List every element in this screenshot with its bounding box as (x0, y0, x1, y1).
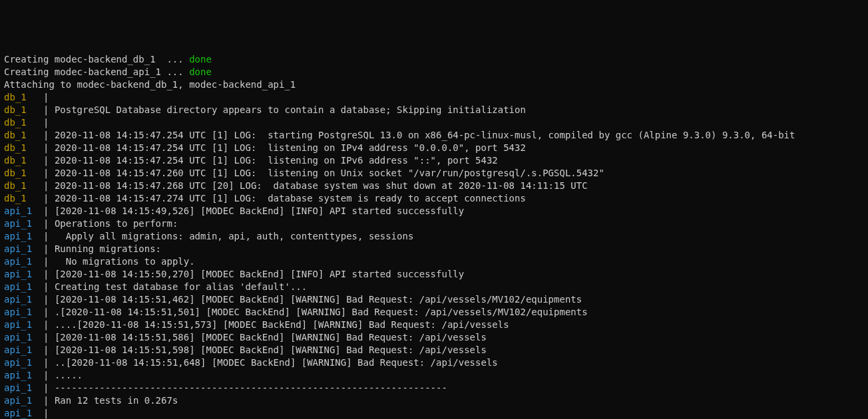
log-message: Apply all migrations: admin, api, auth, … (55, 231, 413, 241)
pipe-separator: | (43, 117, 55, 128)
service-prefix: api_1 (4, 281, 43, 292)
log-message: 2020-11-08 14:15:47.254 UTC [1] LOG: lis… (55, 155, 498, 166)
pipe-separator: | (43, 370, 55, 380)
log-message: ..[2020-11-08 14:15:51,648] [MODEC BackE… (55, 357, 498, 368)
service-prefix: api_1 (4, 319, 43, 330)
pipe-separator: | (43, 104, 55, 115)
header-line: Creating modec-backend_api_1 ... done (4, 66, 864, 78)
log-message: 2020-11-08 14:15:47.268 UTC [20] LOG: da… (55, 180, 588, 191)
pipe-separator: | (43, 92, 55, 102)
pipe-separator: | (43, 332, 55, 343)
log-line: db_1 | 2020-11-08 14:15:47.268 UTC [20] … (4, 180, 864, 192)
log-line: db_1 | 2020-11-08 14:15:47.254 UTC [1] L… (4, 154, 864, 167)
log-line: api_1 | No migrations to apply. (4, 255, 864, 268)
log-line: api_1 | Operations to perform: (4, 217, 864, 230)
log-message: Operations to perform: (55, 218, 178, 229)
pipe-separator: | (43, 408, 55, 418)
pipe-separator: | (43, 180, 55, 191)
pipe-separator: | (43, 357, 55, 368)
pipe-separator: | (43, 382, 55, 393)
log-line: api_1 | .[2020-11-08 14:15:51,501] [MODE… (4, 306, 864, 319)
service-prefix: api_1 (4, 294, 43, 305)
service-prefix: db_1 (4, 117, 43, 128)
service-prefix: api_1 (4, 269, 43, 279)
header-segment: done (189, 67, 212, 77)
log-line: api_1 | [2020-11-08 14:15:51,598] [MODEC… (4, 344, 864, 356)
service-prefix: db_1 (4, 92, 43, 102)
pipe-separator: | (43, 193, 55, 204)
log-line: db_1 | 2020-11-08 14:15:47.254 UTC [1] L… (4, 142, 864, 154)
pipe-separator: | (43, 168, 55, 178)
log-line: api_1 | [2020-11-08 14:15:49,526] [MODEC… (4, 205, 864, 217)
service-prefix: api_1 (4, 332, 43, 343)
log-message: 2020-11-08 14:15:47.274 UTC [1] LOG: dat… (55, 193, 526, 204)
pipe-separator: | (43, 142, 55, 153)
log-line: db_1 | (4, 91, 864, 104)
pipe-separator: | (43, 294, 55, 305)
service-prefix: api_1 (4, 206, 43, 216)
log-message: Ran 12 tests in 0.267s (55, 395, 178, 406)
log-line: api_1 | ....[2020-11-08 14:15:51,573] [M… (4, 319, 864, 331)
terminal-output[interactable]: Creating modec-backend_db_1 ... doneCrea… (4, 53, 864, 419)
pipe-separator: | (43, 269, 55, 279)
service-prefix: api_1 (4, 256, 43, 267)
log-message: 2020-11-08 14:15:47.260 UTC [1] LOG: lis… (55, 168, 604, 178)
header-segment: done (189, 54, 212, 65)
header-line: Attaching to modec-backend_db_1, modec-b… (4, 78, 864, 91)
log-line: db_1 | PostgreSQL Database directory app… (4, 104, 864, 116)
log-message: [2020-11-08 14:15:51,598] [MODEC BackEnd… (55, 345, 487, 355)
pipe-separator: | (43, 307, 55, 317)
log-message: ----------------------------------------… (55, 382, 447, 393)
log-message: Running migrations: (55, 243, 161, 254)
log-message: ....[2020-11-08 14:15:51,573] [MODEC Bac… (55, 319, 509, 330)
pipe-separator: | (43, 281, 55, 292)
service-prefix: db_1 (4, 168, 43, 178)
service-prefix: api_1 (4, 408, 43, 418)
service-prefix: api_1 (4, 395, 43, 406)
pipe-separator: | (43, 218, 55, 229)
log-line: api_1 | Ran 12 tests in 0.267s (4, 394, 864, 407)
header-line: Creating modec-backend_db_1 ... done (4, 53, 864, 66)
service-prefix: api_1 (4, 218, 43, 229)
service-prefix: api_1 (4, 307, 43, 317)
service-prefix: db_1 (4, 180, 43, 191)
service-prefix: api_1 (4, 243, 43, 254)
log-line: db_1 | 2020-11-08 14:15:47.254 UTC [1] L… (4, 129, 864, 142)
log-line: api_1 | [2020-11-08 14:15:51,462] [MODEC… (4, 293, 864, 306)
pipe-separator: | (43, 319, 55, 330)
service-prefix: api_1 (4, 370, 43, 380)
pipe-separator: | (43, 345, 55, 355)
log-line: api_1 | (4, 407, 864, 419)
log-message: 2020-11-08 14:15:47.254 UTC [1] LOG: sta… (55, 130, 795, 140)
pipe-separator: | (43, 231, 55, 241)
log-line: api_1 | Running migrations: (4, 243, 864, 255)
header-segment: Creating modec-backend_db_1 ... (4, 54, 189, 65)
log-line: api_1 | --------------------------------… (4, 382, 864, 394)
log-line: db_1 | 2020-11-08 14:15:47.274 UTC [1] L… (4, 192, 864, 205)
log-message: No migrations to apply. (55, 256, 195, 267)
log-message: Creating test database for alias 'defaul… (55, 281, 307, 292)
service-prefix: api_1 (4, 382, 43, 393)
header-segment: Creating modec-backend_api_1 ... (4, 67, 189, 77)
service-prefix: db_1 (4, 104, 43, 115)
log-message: ..... (55, 370, 83, 380)
log-message: PostgreSQL Database directory appears to… (55, 104, 526, 115)
log-line: api_1 | Apply all migrations: admin, api… (4, 230, 864, 243)
pipe-separator: | (43, 155, 55, 166)
log-line: api_1 | Creating test database for alias… (4, 281, 864, 293)
service-prefix: api_1 (4, 231, 43, 241)
pipe-separator: | (43, 395, 55, 406)
service-prefix: db_1 (4, 193, 43, 204)
service-prefix: api_1 (4, 345, 43, 355)
service-prefix: db_1 (4, 142, 43, 153)
log-message: [2020-11-08 14:15:51,462] [MODEC BackEnd… (55, 294, 582, 305)
header-segment: Attaching to modec-backend_db_1, modec-b… (4, 79, 296, 90)
pipe-separator: | (43, 206, 55, 216)
log-message: 2020-11-08 14:15:47.254 UTC [1] LOG: lis… (55, 142, 526, 153)
log-message: .[2020-11-08 14:15:51,501] [MODEC BackEn… (55, 307, 588, 317)
service-prefix: db_1 (4, 155, 43, 166)
service-prefix: db_1 (4, 130, 43, 140)
log-message: [2020-11-08 14:15:50,270] [MODEC BackEnd… (55, 269, 464, 279)
log-line: api_1 | [2020-11-08 14:15:51,586] [MODEC… (4, 331, 864, 344)
pipe-separator: | (43, 130, 55, 140)
